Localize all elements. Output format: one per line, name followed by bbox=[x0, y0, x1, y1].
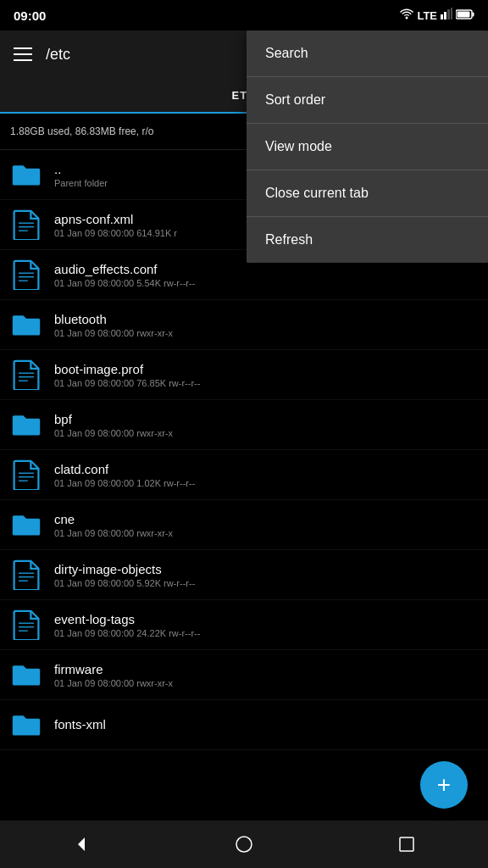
menu-item-close-tab[interactable]: Close current tab bbox=[247, 170, 488, 217]
dropdown-menu: SearchSort orderView modeClose current t… bbox=[247, 31, 488, 263]
dropdown-overlay[interactable]: SearchSort orderView modeClose current t… bbox=[0, 0, 488, 868]
menu-item-search[interactable]: Search bbox=[247, 31, 488, 77]
menu-item-view-mode[interactable]: View mode bbox=[247, 124, 488, 170]
menu-item-sort-order[interactable]: Sort order bbox=[247, 77, 488, 124]
menu-item-refresh[interactable]: Refresh bbox=[247, 217, 488, 263]
